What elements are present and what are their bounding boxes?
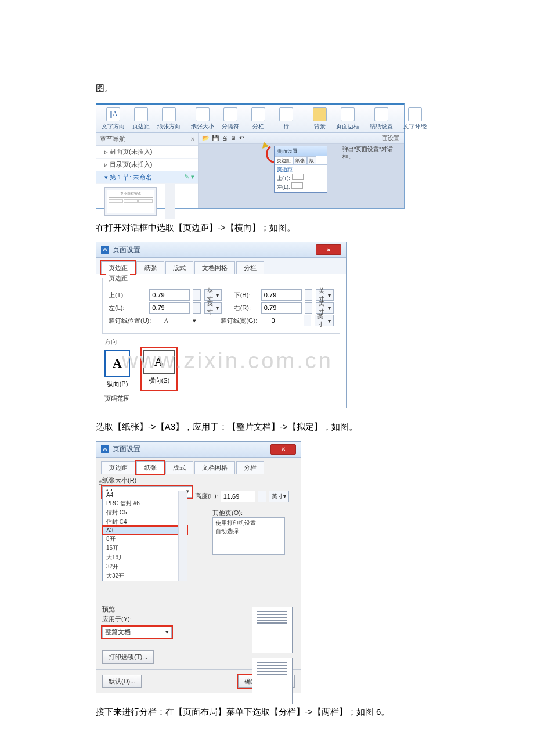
combo-gutter-pos[interactable]: 左▾ bbox=[161, 315, 199, 326]
mini-tab-layout[interactable]: 版 bbox=[307, 156, 316, 164]
dialog-title: 页面设置 bbox=[113, 444, 140, 454]
paper-option-a3[interactable]: A3 bbox=[103, 527, 187, 534]
unit-bottom[interactable]: 英寸▾ bbox=[316, 289, 334, 301]
ribbon-genkoyoshi[interactable]: 稿纸设置 bbox=[368, 107, 395, 131]
spinner-bottom[interactable] bbox=[305, 289, 313, 301]
paper-size-label: 纸张大小(R) bbox=[102, 476, 295, 485]
qat-open-icon[interactable]: 📂 bbox=[202, 135, 209, 141]
paper-option[interactable]: 大16开 bbox=[103, 553, 187, 562]
navigator-scrollbar[interactable] bbox=[165, 184, 175, 219]
list-item[interactable]: 自动选择 bbox=[215, 527, 282, 535]
ribbon-line-numbers[interactable]: 行 bbox=[273, 107, 300, 131]
label-left: 左(L): bbox=[109, 304, 146, 312]
columns-icon bbox=[251, 107, 265, 121]
close-navigator-button[interactable]: × bbox=[191, 135, 194, 142]
nav-item-toc[interactable]: ▹ 目录页(未插入) bbox=[96, 159, 198, 171]
unit-top[interactable]: 英寸▾ bbox=[204, 289, 222, 301]
input-bottom[interactable] bbox=[261, 289, 302, 301]
breaks-icon bbox=[223, 107, 237, 121]
orientation-landscape[interactable]: A 横向(S) bbox=[143, 350, 175, 388]
height-label: 高度(E): bbox=[195, 492, 218, 501]
list-item[interactable]: 使用打印机设置 bbox=[215, 519, 282, 527]
truncated-section-label: 页码范围 bbox=[104, 394, 338, 403]
paper-option[interactable]: 8开 bbox=[103, 534, 187, 543]
tab-paper[interactable]: 纸张 bbox=[136, 261, 164, 274]
tab-grid[interactable]: 文档网格 bbox=[194, 461, 235, 474]
close-button[interactable]: ✕ bbox=[316, 244, 341, 255]
paper-option[interactable]: 大32开 bbox=[103, 571, 187, 581]
other-pages-list[interactable]: 使用打印机设置 自动选择 bbox=[212, 517, 285, 555]
ribbon-page-border[interactable]: 页面边框 bbox=[334, 107, 361, 131]
ribbon-label: 页面边框 bbox=[336, 123, 359, 131]
ribbon-margins[interactable]: 页边距 bbox=[128, 107, 154, 131]
landscape-label: 横向(S) bbox=[149, 376, 170, 385]
dropdown-scrollbar[interactable] bbox=[178, 491, 187, 581]
body-text-2: 在打开对话框中选取【页边距】->【横向】；如图。 bbox=[96, 219, 499, 236]
unit-height[interactable]: 英寸▾ bbox=[269, 491, 289, 502]
input-left[interactable] bbox=[149, 302, 190, 314]
page-setup-tabs: 页边距 纸张 版式 文档网格 分栏 bbox=[96, 258, 346, 274]
default-button[interactable]: 默认(D)... bbox=[102, 675, 142, 688]
unit-gutter-width[interactable]: 英寸▾ bbox=[315, 315, 334, 326]
screenshot-wps-ribbon: ‖A 文字方向 页边距 纸张方向 纸张大小 分隔符 分栏 bbox=[96, 103, 405, 209]
section-thumbnail[interactable]: 专业课程实践 bbox=[104, 187, 157, 216]
nav-item-cover[interactable]: ▹ 封面页(未插入) bbox=[96, 146, 198, 159]
tab-paper[interactable]: 纸张 bbox=[136, 461, 164, 474]
input-height[interactable] bbox=[221, 491, 255, 502]
document-canvas: 📂 💾 🖨 🗎 ↶ 面设置 页面设置 页边距 纸张 版 bbox=[199, 133, 404, 208]
input-right[interactable] bbox=[261, 302, 302, 314]
qat-undo-icon[interactable]: ↶ bbox=[239, 135, 244, 141]
unit-left[interactable]: 英寸▾ bbox=[204, 302, 222, 314]
page-border-icon bbox=[341, 107, 355, 121]
paper-option[interactable]: 信封 C5 bbox=[103, 508, 187, 517]
section-navigator: 章节导航 × ▹ 封面页(未插入) ▹ 目录页(未插入) ▾ 第 1 节: 未命… bbox=[96, 133, 199, 208]
page-layout-ribbon: ‖A 文字方向 页边距 纸张方向 纸张大小 分隔符 分栏 bbox=[96, 105, 404, 133]
unit-right[interactable]: 英寸▾ bbox=[316, 302, 334, 314]
ribbon-orientation[interactable]: 纸张方向 bbox=[156, 107, 182, 131]
qat-preview-icon[interactable]: 🗎 bbox=[230, 135, 236, 141]
spinner-height[interactable] bbox=[258, 491, 266, 502]
ribbon-background[interactable]: 背景 bbox=[306, 107, 333, 131]
spinner-right[interactable] bbox=[305, 302, 313, 314]
app-icon: W bbox=[101, 445, 109, 453]
margins-fieldset: 页边距 上(T): 英寸▾ 下(B): 英寸▾ 左(L): 英寸▾ 右(R): bbox=[102, 278, 340, 334]
ribbon-text-direction[interactable]: ‖A 文字方向 bbox=[100, 107, 127, 131]
paper-option[interactable]: A4 bbox=[103, 491, 187, 499]
paper-option[interactable]: PRC 信封 #6 bbox=[103, 499, 187, 508]
mini-tab-margins[interactable]: 页边距 bbox=[275, 156, 293, 164]
paper-option[interactable]: 16开 bbox=[103, 543, 187, 553]
apply-to-combo[interactable]: 整篇文档▾ bbox=[102, 627, 172, 638]
portrait-label: 纵向(P) bbox=[107, 380, 128, 388]
input-top[interactable] bbox=[149, 289, 190, 301]
ribbon-columns[interactable]: 分栏 bbox=[245, 107, 272, 131]
tab-columns[interactable]: 分栏 bbox=[236, 261, 264, 274]
portrait-icon: A bbox=[104, 350, 130, 377]
tab-margins[interactable]: 页边距 bbox=[101, 461, 135, 474]
ribbon-label: 文字方向 bbox=[102, 123, 125, 131]
spinner-left[interactable] bbox=[193, 302, 201, 314]
print-options-button[interactable]: 打印选项(T)... bbox=[102, 650, 154, 664]
ribbon-text-wrap[interactable]: 文字环绕 bbox=[402, 107, 428, 131]
thumbnail-caption: 专业课程实践 bbox=[109, 191, 153, 196]
mini-tab-paper[interactable]: 纸张 bbox=[293, 156, 307, 164]
ribbon-size[interactable]: 纸张大小 bbox=[189, 107, 216, 131]
label-bottom: 下(B): bbox=[234, 291, 258, 300]
ribbon-breaks[interactable]: 分隔符 bbox=[217, 107, 244, 131]
nav-item-section1[interactable]: ▾ 第 1 节: 未命名 ✎ ▾ bbox=[96, 171, 198, 184]
qat-save-icon[interactable]: 💾 bbox=[212, 135, 219, 141]
tab-grid[interactable]: 文档网格 bbox=[194, 261, 235, 274]
background-icon bbox=[313, 107, 327, 121]
paper-option[interactable]: 32开 bbox=[103, 562, 187, 571]
close-button[interactable]: ✕ bbox=[270, 444, 296, 455]
spinner-top[interactable] bbox=[193, 289, 201, 301]
body-text-3: 选取【纸张】->【A3】，应用于：【整片文档】->【拟定】，如图。 bbox=[96, 419, 499, 435]
tab-margins[interactable]: 页边距 bbox=[101, 261, 135, 274]
qat-print-icon[interactable]: 🖨 bbox=[222, 135, 228, 141]
input-gutter-width[interactable] bbox=[269, 315, 300, 326]
tab-columns[interactable]: 分栏 bbox=[236, 461, 264, 474]
spinner-gutter-width[interactable] bbox=[304, 315, 312, 326]
paper-option[interactable]: 信封 C4 bbox=[103, 517, 187, 527]
orientation-portrait[interactable]: A 纵向(P) bbox=[104, 350, 130, 388]
tab-layout[interactable]: 版式 bbox=[165, 461, 193, 474]
tab-layout[interactable]: 版式 bbox=[165, 261, 193, 274]
